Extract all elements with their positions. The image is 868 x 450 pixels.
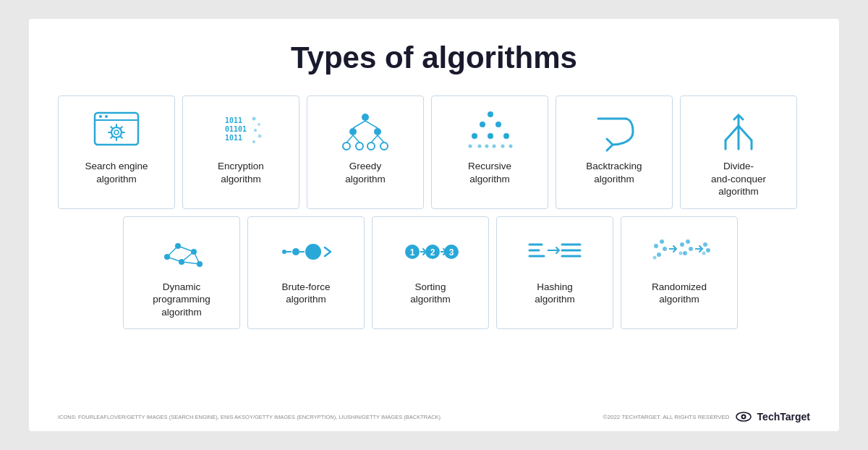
card-sorting: 1 2 3 Sortingalgorithm bbox=[372, 216, 489, 330]
svg-point-94 bbox=[683, 251, 687, 255]
hashing-label: Hashingalgorithm bbox=[535, 281, 575, 306]
svg-point-67 bbox=[292, 248, 299, 255]
recursive-icon bbox=[467, 109, 514, 153]
svg-point-18 bbox=[258, 123, 260, 126]
svg-point-98 bbox=[706, 248, 710, 252]
encryption-icon: 1011 01101 1011 bbox=[219, 109, 263, 153]
svg-point-24 bbox=[374, 128, 381, 135]
svg-point-65 bbox=[282, 250, 286, 254]
svg-point-27 bbox=[367, 143, 375, 150]
footer-copyright: ©2022 TECHTARGET. ALL RIGHTS RESERVED bbox=[603, 414, 730, 420]
svg-point-2 bbox=[99, 115, 102, 118]
svg-line-10 bbox=[111, 127, 112, 128]
randomized-label: Randomizedalgorithm bbox=[652, 281, 707, 306]
svg-text:1011: 1011 bbox=[225, 134, 242, 142]
card-dynamic: Dynamicprogrammingalgorithm bbox=[123, 216, 240, 330]
svg-line-33 bbox=[371, 135, 378, 143]
svg-point-97 bbox=[703, 242, 707, 247]
svg-point-85 bbox=[654, 244, 658, 248]
card-recursive: Recursivealgorithm bbox=[431, 95, 548, 209]
svg-point-99 bbox=[702, 252, 705, 255]
footer-brand: ©2022 TECHTARGET. ALL RIGHTS RESERVED Te… bbox=[603, 411, 810, 423]
svg-point-5 bbox=[114, 130, 119, 135]
card-greedy: Greedyalgorithm bbox=[307, 95, 424, 209]
svg-point-28 bbox=[380, 143, 388, 150]
dynamic-icon bbox=[156, 230, 207, 273]
dynamic-label: Dynamicprogrammingalgorithm bbox=[153, 281, 210, 319]
algorithm-row-1: Search enginealgorithm 1011 01101 1011 bbox=[58, 95, 810, 209]
card-encryption: 1011 01101 1011 Encryptionalgorithm bbox=[182, 95, 299, 209]
svg-line-52 bbox=[739, 126, 752, 140]
svg-point-39 bbox=[488, 133, 493, 139]
svg-line-30 bbox=[365, 121, 378, 128]
svg-point-35 bbox=[488, 111, 493, 117]
card-search-engine: Search enginealgorithm bbox=[58, 95, 175, 209]
svg-text:01101: 01101 bbox=[225, 125, 247, 133]
card-divide-conquer: Divide-and-conqueralgorithm bbox=[680, 95, 797, 209]
svg-text:2: 2 bbox=[430, 247, 435, 258]
svg-point-23 bbox=[349, 128, 357, 135]
svg-point-44 bbox=[492, 144, 495, 148]
footer: ICONS: FOURLEAFLOVER/GETTY IMAGES (SEARC… bbox=[58, 411, 810, 423]
svg-line-34 bbox=[378, 135, 384, 143]
brute-force-label: Brute-forcealgorithm bbox=[282, 281, 331, 306]
svg-point-40 bbox=[503, 133, 509, 139]
svg-text:1011: 1011 bbox=[225, 116, 242, 124]
svg-point-20 bbox=[258, 134, 262, 137]
algorithm-row-2: Dynamicprogrammingalgorithm Brute-forcea… bbox=[123, 216, 810, 330]
card-randomized: Randomizedalgorithm bbox=[621, 216, 738, 330]
svg-point-4 bbox=[111, 127, 122, 137]
sorting-label: Sortingalgorithm bbox=[410, 281, 451, 306]
sorting-icon: 1 2 3 bbox=[404, 230, 458, 273]
card-backtracking: Backtrackingalgorithm bbox=[556, 95, 673, 209]
svg-line-61 bbox=[178, 246, 194, 252]
svg-point-102 bbox=[742, 416, 744, 418]
svg-point-25 bbox=[343, 143, 350, 150]
brand-name: TechTarget bbox=[757, 411, 810, 423]
card-brute-force: Brute-forcealgorithm bbox=[247, 216, 365, 330]
svg-point-3 bbox=[105, 115, 108, 118]
hashing-icon bbox=[526, 230, 584, 273]
svg-line-63 bbox=[194, 252, 200, 264]
svg-point-41 bbox=[468, 144, 472, 148]
search-engine-icon bbox=[91, 109, 142, 153]
svg-line-62 bbox=[182, 252, 194, 262]
svg-text:3: 3 bbox=[448, 247, 454, 258]
svg-line-29 bbox=[353, 121, 365, 128]
svg-point-93 bbox=[689, 247, 693, 251]
svg-point-45 bbox=[501, 144, 504, 148]
svg-point-36 bbox=[480, 122, 485, 127]
svg-point-69 bbox=[305, 244, 321, 260]
greedy-icon bbox=[340, 109, 391, 153]
svg-point-42 bbox=[477, 144, 481, 148]
svg-line-32 bbox=[353, 135, 359, 143]
svg-point-38 bbox=[472, 133, 477, 139]
svg-line-60 bbox=[167, 257, 182, 262]
svg-point-88 bbox=[657, 252, 661, 257]
footer-credits: ICONS: FOURLEAFLOVER/GETTY IMAGES (SEARC… bbox=[58, 414, 441, 420]
recursive-label: Recursivealgorithm bbox=[468, 160, 511, 185]
main-card: Types of algorithms bbox=[29, 19, 839, 431]
brute-force-icon bbox=[277, 230, 335, 273]
svg-line-49 bbox=[726, 126, 739, 140]
svg-line-64 bbox=[182, 262, 200, 264]
svg-point-43 bbox=[485, 144, 488, 148]
page-title: Types of algorithms bbox=[58, 41, 810, 75]
greedy-label: Greedyalgorithm bbox=[345, 160, 386, 185]
svg-point-19 bbox=[254, 129, 257, 132]
svg-line-31 bbox=[346, 135, 353, 143]
svg-point-37 bbox=[495, 122, 501, 127]
search-engine-label: Search enginealgorithm bbox=[85, 160, 148, 185]
svg-line-11 bbox=[121, 136, 122, 137]
svg-point-87 bbox=[663, 247, 667, 251]
svg-point-89 bbox=[652, 256, 656, 260]
backtracking-icon bbox=[591, 109, 638, 153]
randomized-icon bbox=[649, 230, 710, 273]
svg-point-17 bbox=[252, 116, 256, 120]
svg-point-22 bbox=[362, 114, 369, 121]
divide-conquer-label: Divide-and-conqueralgorithm bbox=[711, 160, 766, 198]
encryption-label: Encryptionalgorithm bbox=[218, 160, 264, 185]
svg-line-59 bbox=[167, 246, 178, 257]
backtracking-label: Backtrackingalgorithm bbox=[586, 160, 642, 185]
svg-text:1: 1 bbox=[409, 247, 414, 258]
